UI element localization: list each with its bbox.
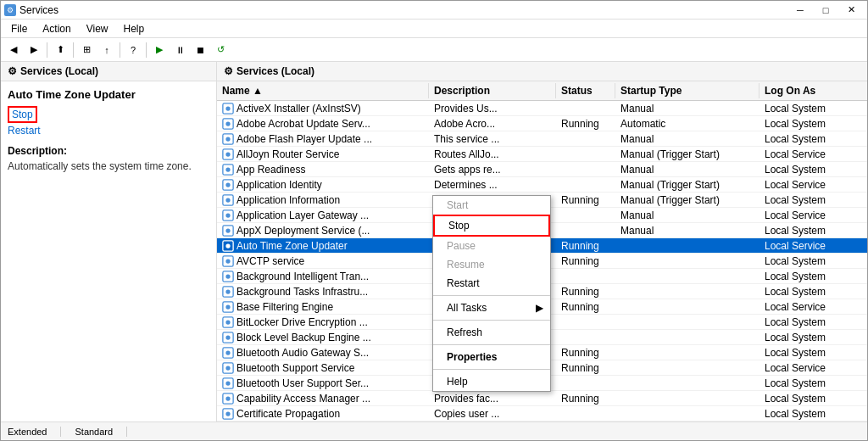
table-row[interactable]: App Readiness Gets apps re... Manual Loc… [217, 162, 867, 177]
up-button[interactable]: ⬆ [51, 41, 70, 59]
forward-button[interactable]: ▶ [25, 41, 43, 59]
cell-name: BitLocker Drive Encryption ... [217, 315, 429, 329]
cell-name: ActiveX Installer (AxInstSV) [217, 101, 429, 115]
cell-logon: Local System [760, 406, 867, 421]
cell-desc: Provides Us... [429, 101, 556, 115]
stop-service-button[interactable]: ⏹ [191, 41, 209, 59]
ctx-all-tasks[interactable]: All Tasks ▶ [433, 299, 550, 317]
left-panel: ⚙ Services (Local) Auto Time Zone Update… [1, 62, 217, 421]
cell-logon: Local System [760, 116, 867, 131]
cell-startup [615, 315, 760, 329]
extended-tab[interactable]: Extended [8, 427, 61, 437]
ctx-pause[interactable]: Pause [433, 237, 550, 255]
service-icon [222, 332, 234, 343]
cell-startup [615, 299, 760, 314]
cell-name: App Readiness [217, 162, 429, 176]
close-button[interactable]: ✕ [838, 1, 864, 20]
table-row[interactable]: Application Identity Determines ... Manu… [217, 177, 867, 193]
cell-name: Block Level Backup Engine ... [217, 330, 429, 344]
restart-service-button[interactable]: ↺ [211, 41, 230, 59]
cell-name: Background Tasks Infrastru... [217, 284, 429, 299]
ctx-properties[interactable]: Properties [433, 348, 550, 366]
ctx-refresh[interactable]: Refresh [433, 323, 550, 342]
toolbar-separator-4 [146, 42, 147, 58]
service-icon [222, 255, 234, 267]
menu-file[interactable]: File [4, 21, 34, 36]
cell-startup: Manual [615, 162, 760, 176]
cell-name: Base Filtering Engine [217, 299, 429, 314]
minimize-button[interactable]: ─ [787, 1, 813, 20]
svg-point-3 [225, 121, 230, 126]
col-startup-type[interactable]: Startup Type [615, 83, 760, 98]
service-name-text: Application Information [236, 194, 340, 206]
cell-status: Running [556, 360, 615, 375]
pause-service-button[interactable]: ⏸ [170, 41, 189, 59]
standard-tab[interactable]: Standard [75, 427, 127, 437]
cell-status [556, 177, 615, 192]
service-icon [222, 362, 234, 374]
right-panel-title: Services (Local) [236, 65, 314, 77]
ctx-resume[interactable]: Resume [433, 255, 550, 274]
cell-status [556, 269, 615, 283]
table-row[interactable]: ActiveX Installer (AxInstSV) Provides Us… [217, 101, 867, 116]
cell-name: Adobe Flash Player Update ... [217, 131, 429, 146]
window-title: Services [19, 4, 58, 16]
toolbar-separator-1 [47, 42, 47, 58]
ctx-help[interactable]: Help [433, 372, 550, 391]
table-row[interactable]: Adobe Flash Player Update ... This servi… [217, 131, 867, 147]
cell-status: Running [556, 345, 615, 360]
col-logon[interactable]: Log On As [760, 83, 867, 98]
menu-action[interactable]: Action [36, 21, 77, 36]
svg-point-39 [225, 396, 230, 400]
ctx-restart[interactable]: Restart [433, 274, 550, 293]
service-name-text: Adobe Flash Player Update ... [236, 133, 372, 145]
table-row[interactable]: Certificate Propagation Copies user ... … [217, 406, 867, 421]
export-button[interactable]: ↑ [97, 41, 116, 59]
service-name-text: Background Tasks Infrastru... [236, 286, 368, 298]
service-icon [222, 347, 234, 359]
service-icon [222, 301, 234, 313]
cell-desc: Copies user ... [429, 406, 556, 421]
cell-status [556, 315, 615, 329]
cell-logon: Local System [760, 315, 867, 329]
maximize-button[interactable]: □ [813, 1, 838, 20]
restart-service-link[interactable]: Restart [8, 125, 209, 137]
svg-point-19 [225, 243, 230, 248]
svg-point-25 [225, 289, 230, 293]
svg-point-7 [225, 152, 230, 156]
cell-startup [615, 284, 760, 299]
service-name-text: Block Level Backup Engine ... [236, 332, 371, 343]
table-row[interactable]: AllJoyn Router Service Routes AllJo... M… [217, 147, 867, 162]
service-name-text: Base Filtering Engine [236, 301, 333, 313]
col-status[interactable]: Status [556, 83, 615, 98]
menu-help[interactable]: Help [117, 21, 152, 36]
start-service-button[interactable]: ▶ [150, 41, 169, 59]
show-hide-button[interactable]: ⊞ [77, 41, 96, 59]
back-button[interactable]: ◀ [4, 41, 23, 59]
table-row[interactable]: Capability Access Manager ... Provides f… [217, 391, 867, 406]
cell-logon: Local System [760, 223, 867, 237]
col-name[interactable]: Name ▲ [217, 83, 429, 98]
service-icon [222, 103, 234, 114]
title-bar-left: ⚙ Services [4, 4, 58, 16]
col-description[interactable]: Description [429, 83, 556, 98]
cell-startup: Manual [615, 208, 760, 222]
ctx-separator-4 [433, 369, 550, 370]
cell-startup: Manual (Trigger Start) [615, 177, 760, 192]
cell-desc: Provides fac... [429, 391, 556, 405]
cell-name: Capability Access Manager ... [217, 391, 429, 405]
ctx-stop[interactable]: Stop [433, 215, 550, 237]
table-row[interactable]: Adobe Acrobat Update Serv... Adobe Acro.… [217, 116, 867, 131]
cell-startup: Manual (Trigger Start) [615, 147, 760, 161]
service-icon [222, 408, 234, 420]
menu-view[interactable]: View [80, 21, 115, 36]
status-bar: Extended Standard [1, 421, 867, 440]
cell-startup [615, 345, 760, 360]
service-name-text: Capability Access Manager ... [236, 393, 370, 405]
action-links: Stop Restart [8, 106, 209, 137]
stop-service-link[interactable]: Stop [8, 106, 37, 123]
cell-status [556, 147, 615, 161]
ctx-start[interactable]: Start [433, 196, 550, 215]
help-button[interactable]: ? [124, 41, 142, 59]
cell-startup [615, 269, 760, 283]
